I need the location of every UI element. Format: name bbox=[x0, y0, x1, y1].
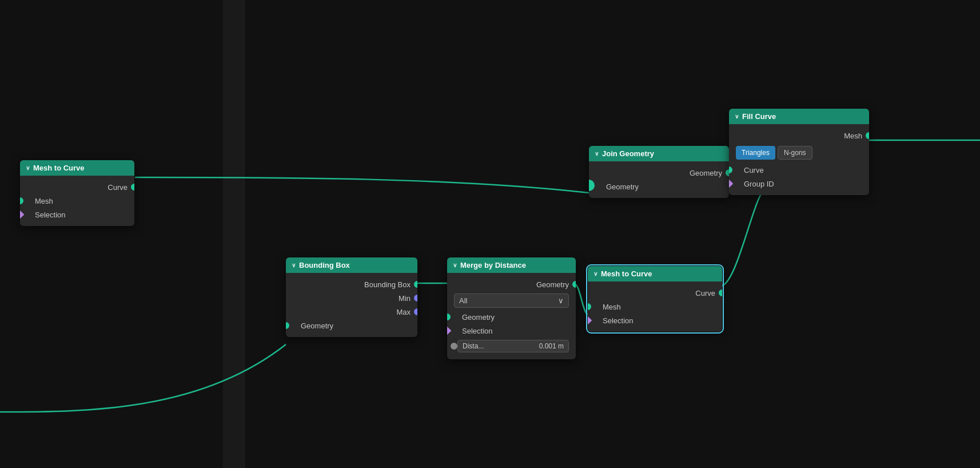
node-bounding-box: ∨ Bounding Box Bounding Box Min Max Geom… bbox=[286, 257, 417, 337]
socket-mesh-in[interactable] bbox=[20, 197, 23, 204]
socket-mesh-in[interactable] bbox=[588, 303, 591, 310]
input-selection: Selection bbox=[447, 324, 576, 338]
input-mesh: Mesh bbox=[588, 300, 722, 314]
input-label-geometry: Geometry bbox=[462, 313, 495, 322]
dropdown-chevron-icon: ∨ bbox=[558, 296, 564, 305]
node-body: Bounding Box Min Max Geometry bbox=[286, 273, 417, 337]
chevron-icon: ∨ bbox=[292, 262, 296, 268]
node-join-geometry: ∨ Join Geometry Geometry Geometry bbox=[589, 146, 729, 198]
mode-buttons: Triangles N-gons bbox=[736, 146, 862, 160]
input-curve: Curve bbox=[729, 163, 869, 177]
node-title: Mesh to Curve bbox=[601, 269, 652, 278]
distance-input[interactable]: Dista... 0.001 m bbox=[457, 340, 569, 352]
node-title: Join Geometry bbox=[602, 149, 654, 158]
node-header-join-geometry[interactable]: ∨ Join Geometry bbox=[589, 146, 729, 161]
distance-label: Dista... bbox=[463, 342, 484, 350]
socket-bounding-box-out[interactable] bbox=[414, 281, 417, 288]
chevron-icon: ∨ bbox=[26, 165, 30, 171]
chevron-icon: ∨ bbox=[735, 113, 739, 120]
socket-selection-in[interactable] bbox=[20, 211, 24, 219]
node-body: Geometry Geometry bbox=[589, 161, 729, 198]
output-curve: Curve bbox=[20, 180, 134, 194]
socket-geometry-in[interactable] bbox=[589, 180, 595, 191]
socket-group-id-in[interactable] bbox=[729, 180, 733, 188]
input-label-curve: Curve bbox=[744, 166, 764, 174]
socket-selection-in[interactable] bbox=[447, 327, 451, 335]
node-title: Merge by Distance bbox=[460, 261, 526, 269]
node-fill-curve: ∨ Fill Curve Mesh Triangles N-gons Curve… bbox=[729, 109, 869, 195]
output-label-curve: Curve bbox=[107, 183, 128, 192]
socket-mesh-out[interactable] bbox=[866, 132, 869, 139]
output-max: Max bbox=[286, 305, 417, 319]
output-label-max: Max bbox=[396, 308, 411, 316]
chevron-icon: ∨ bbox=[595, 150, 599, 157]
socket-selection-in[interactable] bbox=[588, 316, 592, 324]
dropdown-value: All bbox=[459, 296, 467, 305]
socket-max-out[interactable] bbox=[414, 308, 417, 315]
node-merge-by-distance: ∨ Merge by Distance Geometry All ∨ Geome… bbox=[447, 257, 576, 359]
output-label-geometry: Geometry bbox=[690, 169, 722, 177]
mode-dropdown[interactable]: All ∨ bbox=[454, 294, 569, 308]
input-label-geometry: Geometry bbox=[301, 322, 333, 330]
node-mesh-to-curve-right: ∨ Mesh to Curve Curve Mesh Selection bbox=[588, 266, 722, 332]
output-label-geometry: Geometry bbox=[536, 280, 569, 289]
input-label-selection: Selection bbox=[462, 327, 492, 335]
socket-curve-out[interactable] bbox=[719, 289, 722, 296]
input-label-mesh: Mesh bbox=[35, 197, 53, 205]
node-header-fill-curve[interactable]: ∨ Fill Curve bbox=[729, 109, 869, 124]
output-label-min: Min bbox=[399, 294, 411, 303]
input-selection: Selection bbox=[20, 208, 134, 221]
socket-curve-out[interactable] bbox=[131, 184, 134, 191]
node-mesh-to-curve-left: ∨ Mesh to Curve Curve Mesh Selection bbox=[20, 160, 134, 226]
output-label-mesh: Mesh bbox=[844, 132, 862, 140]
input-group-id: Group ID bbox=[729, 177, 869, 191]
chevron-icon: ∨ bbox=[593, 271, 597, 277]
input-selection: Selection bbox=[588, 314, 722, 327]
input-label-group-id: Group ID bbox=[744, 180, 774, 188]
node-header-bounding-box[interactable]: ∨ Bounding Box bbox=[286, 257, 417, 273]
node-title: Bounding Box bbox=[299, 261, 350, 269]
triangles-button[interactable]: Triangles bbox=[736, 146, 775, 160]
node-header-mesh-to-curve-right[interactable]: ∨ Mesh to Curve bbox=[588, 266, 722, 281]
input-geometry-multi: Geometry bbox=[589, 180, 729, 193]
socket-geometry-in[interactable] bbox=[447, 314, 451, 320]
output-geometry: Geometry bbox=[447, 277, 576, 291]
node-title: Mesh to Curve bbox=[33, 164, 85, 172]
node-body: Curve Mesh Selection bbox=[20, 176, 134, 226]
ngons-button[interactable]: N-gons bbox=[778, 146, 812, 160]
chevron-icon: ∨ bbox=[453, 262, 457, 268]
socket-min-out[interactable] bbox=[414, 295, 417, 302]
input-distance-row: Dista... 0.001 m bbox=[454, 340, 569, 352]
output-curve: Curve bbox=[588, 286, 722, 300]
node-body: Geometry All ∨ Geometry Selection Dista.… bbox=[447, 273, 576, 359]
input-label-geometry: Geometry bbox=[606, 183, 639, 191]
distance-value: 0.001 m bbox=[539, 342, 564, 350]
output-geometry: Geometry bbox=[589, 166, 729, 180]
input-label-mesh: Mesh bbox=[603, 303, 621, 311]
node-header-mesh-to-curve-left[interactable]: ∨ Mesh to Curve bbox=[20, 160, 134, 176]
output-mesh: Mesh bbox=[729, 129, 869, 142]
output-label-curve: Curve bbox=[695, 289, 715, 298]
output-bounding-box: Bounding Box bbox=[286, 277, 417, 291]
socket-distance-in[interactable] bbox=[451, 343, 457, 350]
input-label-selection: Selection bbox=[35, 211, 65, 219]
input-geometry: Geometry bbox=[447, 310, 576, 324]
input-mesh: Mesh bbox=[20, 194, 134, 208]
node-body: Curve Mesh Selection bbox=[588, 281, 722, 332]
node-header-merge-by-distance[interactable]: ∨ Merge by Distance bbox=[447, 257, 576, 273]
socket-geometry-in[interactable] bbox=[286, 322, 289, 329]
input-geometry: Geometry bbox=[286, 319, 417, 332]
panel-strip bbox=[223, 0, 245, 468]
node-body: Mesh Triangles N-gons Curve Group ID bbox=[729, 124, 869, 195]
socket-curve-in[interactable] bbox=[729, 166, 732, 173]
input-label-selection: Selection bbox=[603, 316, 633, 325]
output-min: Min bbox=[286, 291, 417, 305]
socket-geometry-out[interactable] bbox=[572, 281, 576, 288]
connections-layer bbox=[0, 0, 980, 468]
node-title: Fill Curve bbox=[742, 112, 776, 121]
output-label-bounding-box: Bounding Box bbox=[364, 280, 411, 289]
